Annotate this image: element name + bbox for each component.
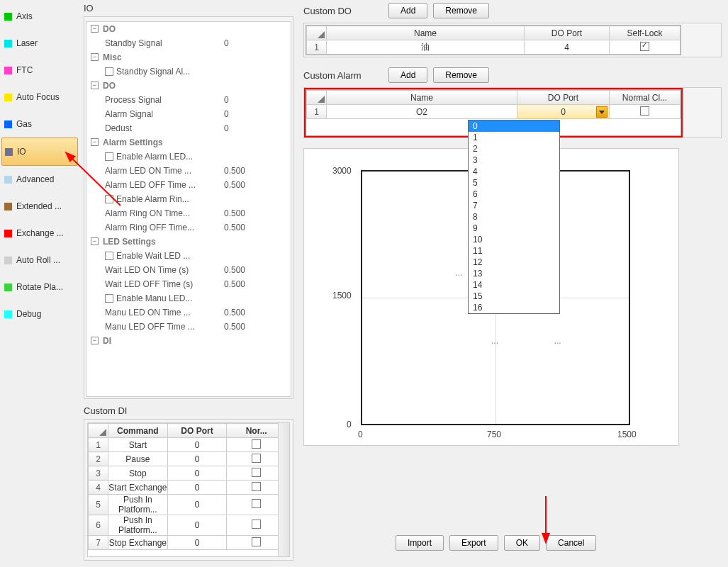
tree-row[interactable]: −Alarm Settings	[86, 135, 291, 150]
checkbox[interactable]	[252, 482, 261, 491]
collapse-icon[interactable]: −	[91, 25, 99, 33]
sidebar-item-advanced[interactable]: Advanced	[1, 166, 78, 193]
tree-row[interactable]: −Misc	[86, 50, 291, 64]
table-row[interactable]: 6Push In Platform...0	[89, 515, 286, 536]
custom-do-grid[interactable]: NameDO PortSelf-Lock1油4	[306, 25, 681, 55]
table-row[interactable]: 4Start Exchange0	[89, 481, 286, 495]
tree-value[interactable]: 0	[220, 109, 291, 119]
tree-row[interactable]: Enable Alarm LED...	[86, 150, 291, 164]
io-tree[interactable]: −DOStandby Signal0−MiscStandby Signal Al…	[86, 21, 291, 397]
tree-value[interactable]: 0.500	[220, 180, 291, 190]
checkbox[interactable]	[252, 454, 261, 463]
custom-alarm-grid[interactable]: NameDO PortNormal Cl...1O20 012345678910…	[306, 89, 681, 136]
table-row[interactable]: 1O20	[307, 105, 681, 119]
tree-row[interactable]: Enable Alarm Rin...	[86, 192, 291, 206]
checkbox[interactable]	[105, 152, 113, 161]
ok-button[interactable]: OK	[504, 535, 540, 551]
dropdown-option[interactable]: 12	[469, 257, 559, 268]
dropdown-option[interactable]: 15	[469, 291, 559, 302]
tree-value[interactable]: 0.500	[220, 322, 291, 332]
checkbox[interactable]	[105, 67, 113, 76]
dropdown-option[interactable]: 11	[469, 245, 559, 257]
tree-value[interactable]: 0	[220, 38, 291, 48]
collapse-icon[interactable]: −	[91, 138, 99, 146]
tree-value[interactable]: 0.500	[220, 223, 291, 232]
dropdown-option[interactable]: 6	[469, 189, 559, 200]
col-header[interactable]: Nor...	[227, 424, 286, 438]
dropdown-option[interactable]: 10	[469, 234, 559, 245]
col-header[interactable]: Name	[327, 26, 525, 40]
collapse-icon[interactable]: −	[91, 53, 99, 61]
tree-row[interactable]: −LED Settings	[86, 235, 291, 249]
sidebar-item-axis[interactable]: Axis	[1, 3, 78, 30]
col-header[interactable]: DO Port	[525, 26, 610, 40]
table-row[interactable]: 3Stop0	[89, 466, 286, 481]
col-header[interactable]: Normal Cl...	[610, 91, 681, 105]
tree-row[interactable]: Enable Wait LED ...	[86, 249, 291, 263]
scrollbar[interactable]	[278, 423, 289, 556]
tree-value[interactable]: 0.500	[220, 308, 291, 318]
sidebar-item-gas[interactable]: Gas	[1, 111, 78, 137]
tree-row[interactable]: Enable Manu LED...	[86, 291, 291, 305]
remove-button[interactable]: Remove	[433, 67, 489, 83]
tree-row[interactable]: −DO	[86, 22, 291, 36]
tree-row[interactable]: Alarm Signal0	[86, 107, 291, 121]
sidebar-item-auto-roll-[interactable]: Auto Roll ...	[1, 247, 78, 274]
tree-label[interactable]: Enable Alarm LED...	[91, 152, 220, 162]
tree-label[interactable]: Standby Signal Al...	[91, 67, 220, 77]
sidebar-item-ftc[interactable]: FTC	[1, 57, 78, 84]
dropdown-option[interactable]: 0	[469, 120, 559, 132]
dropdown-option[interactable]: 5	[469, 177, 559, 189]
add-button[interactable]: Add	[388, 67, 427, 83]
tree-value[interactable]: 0	[220, 123, 291, 133]
dropdown-option[interactable]: 14	[469, 279, 559, 291]
table-row[interactable]: 1Start0	[89, 438, 286, 452]
tree-row[interactable]: Dedust0	[86, 121, 291, 135]
table-row[interactable]: 7Stop Exchange0	[89, 536, 286, 550]
tree-value[interactable]: 0.500	[220, 166, 291, 176]
checkbox[interactable]	[105, 252, 113, 260]
tree-row[interactable]: Alarm Ring ON Time...0.500	[86, 206, 291, 220]
tree-row[interactable]: Alarm Ring OFF Time...0.500	[86, 220, 291, 235]
checkbox[interactable]	[252, 468, 261, 477]
tree-label[interactable]: Enable Alarm Rin...	[91, 194, 220, 204]
dropdown-option[interactable]: 16	[469, 302, 559, 313]
chevron-down-icon[interactable]	[596, 106, 607, 118]
tree-value[interactable]: 0	[220, 95, 291, 105]
tree-label[interactable]: Enable Wait LED ...	[91, 251, 220, 261]
dropdown-option[interactable]: 4	[469, 166, 559, 177]
dropdown-option[interactable]: 13	[469, 268, 559, 279]
dropdown-option[interactable]: 2	[469, 143, 559, 155]
col-header[interactable]: Command	[108, 424, 168, 438]
table-row[interactable]: 1油4	[307, 40, 681, 55]
tree-row[interactable]: Standby Signal Al...	[86, 64, 291, 79]
tree-value[interactable]: 0.500	[220, 279, 291, 289]
tree-value[interactable]: 0.500	[220, 265, 291, 275]
dropdown-option[interactable]: 3	[469, 155, 559, 166]
dropdown-option[interactable]: 7	[469, 200, 559, 211]
cancel-button[interactable]: Cancel	[546, 535, 596, 551]
dropdown-option[interactable]: 9	[469, 223, 559, 234]
checkbox[interactable]	[252, 499, 261, 508]
collapse-icon[interactable]: −	[91, 237, 99, 245]
tree-row[interactable]: Process Signal0	[86, 93, 291, 107]
add-button[interactable]: Add	[388, 3, 427, 18]
checkbox[interactable]	[640, 42, 649, 51]
tree-value[interactable]: 0.500	[220, 208, 291, 218]
custom-di-table[interactable]: CommandDO PortNor...1Start02Pause03Stop0…	[87, 422, 290, 557]
tree-row[interactable]: Alarm LED OFF Time ...0.500	[86, 178, 291, 192]
tree-row[interactable]: Manu LED ON Time ...0.500	[86, 305, 291, 320]
tree-row[interactable]: Standby Signal0	[86, 36, 291, 50]
sidebar-item-exchange-[interactable]: Exchange ...	[1, 220, 78, 247]
sidebar-item-laser[interactable]: Laser	[1, 30, 78, 57]
sidebar-item-extended-[interactable]: Extended ...	[1, 193, 78, 220]
checkbox[interactable]	[640, 106, 649, 116]
checkbox[interactable]	[252, 439, 261, 449]
tree-row[interactable]: −DI	[86, 334, 291, 348]
tree-row[interactable]: Manu LED OFF Time ...0.500	[86, 320, 291, 334]
col-header[interactable]: Name	[327, 91, 517, 105]
checkbox[interactable]	[105, 195, 113, 203]
tree-row[interactable]: Wait LED ON Time (s)0.500	[86, 263, 291, 277]
do-port-cell[interactable]: 0	[517, 105, 610, 119]
sidebar-item-auto-focus[interactable]: Auto Focus	[1, 84, 78, 111]
